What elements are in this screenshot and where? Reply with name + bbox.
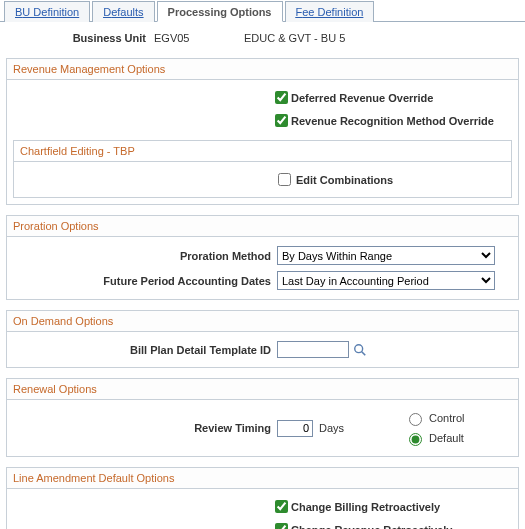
- input-review-timing[interactable]: [277, 420, 313, 437]
- label-deferred-revenue-override: Deferred Revenue Override: [289, 92, 433, 104]
- business-unit-label: Business Unit: [6, 32, 154, 44]
- label-edit-combinations: Edit Combinations: [294, 174, 393, 186]
- label-future-period-dates: Future Period Accounting Dates: [13, 275, 277, 287]
- radio-default[interactable]: [409, 433, 422, 446]
- select-future-period-dates[interactable]: Last Day in Accounting Period: [277, 271, 495, 290]
- label-days: Days: [313, 422, 364, 434]
- svg-point-0: [355, 344, 363, 352]
- business-unit-desc: EDUC & GVT - BU 5: [244, 32, 345, 44]
- label-review-timing: Review Timing: [13, 422, 277, 434]
- checkbox-change-billing-retro[interactable]: [275, 500, 288, 513]
- checkbox-revenue-recognition-override[interactable]: [275, 114, 288, 127]
- header-row: Business Unit EGV05 EDUC & GVT - BU 5: [0, 22, 525, 54]
- label-radio-default: Default: [429, 432, 464, 444]
- section-renewal: Renewal Options Review Timing Days Contr…: [6, 378, 519, 457]
- radio-control[interactable]: [409, 413, 422, 426]
- section-title-on-demand: On Demand Options: [7, 311, 518, 332]
- checkbox-edit-combinations[interactable]: [278, 173, 291, 186]
- label-radio-control: Control: [429, 412, 464, 424]
- subsection-chartfield-editing: Chartfield Editing - TBP Edit Combinatio…: [13, 140, 512, 198]
- section-on-demand: On Demand Options Bill Plan Detail Templ…: [6, 310, 519, 368]
- subsection-title-chartfield: Chartfield Editing - TBP: [14, 141, 511, 162]
- tab-processing-options[interactable]: Processing Options: [157, 1, 283, 22]
- input-bill-plan-template[interactable]: [277, 341, 349, 358]
- label-bill-plan-template: Bill Plan Detail Template ID: [13, 344, 277, 356]
- section-title-proration: Proration Options: [7, 216, 518, 237]
- label-change-billing-retro: Change Billing Retroactively: [289, 501, 440, 513]
- label-proration-method: Proration Method: [13, 250, 277, 262]
- label-revenue-recognition-override: Revenue Recognition Method Override: [289, 115, 494, 127]
- section-line-amendment: Line Amendment Default Options Change Bi…: [6, 467, 519, 529]
- section-title-revenue: Revenue Management Options: [7, 59, 518, 80]
- checkbox-change-revenue-retro[interactable]: [275, 523, 288, 529]
- svg-line-1: [362, 351, 366, 355]
- lookup-icon[interactable]: [353, 343, 367, 357]
- business-unit-value: EGV05: [154, 32, 244, 44]
- section-title-line-amendment: Line Amendment Default Options: [7, 468, 518, 489]
- checkbox-deferred-revenue-override[interactable]: [275, 91, 288, 104]
- tab-fee-definition[interactable]: Fee Definition: [285, 1, 375, 22]
- section-title-renewal: Renewal Options: [7, 379, 518, 400]
- tab-bar: BU Definition Defaults Processing Option…: [0, 0, 525, 22]
- section-proration: Proration Options Proration Method By Da…: [6, 215, 519, 300]
- section-revenue-management: Revenue Management Options Deferred Reve…: [6, 58, 519, 205]
- tab-bu-definition[interactable]: BU Definition: [4, 1, 90, 22]
- select-proration-method[interactable]: By Days Within Range: [277, 246, 495, 265]
- label-change-revenue-retro: Change Revenue Retroactively: [289, 524, 452, 530]
- tab-defaults[interactable]: Defaults: [92, 1, 154, 22]
